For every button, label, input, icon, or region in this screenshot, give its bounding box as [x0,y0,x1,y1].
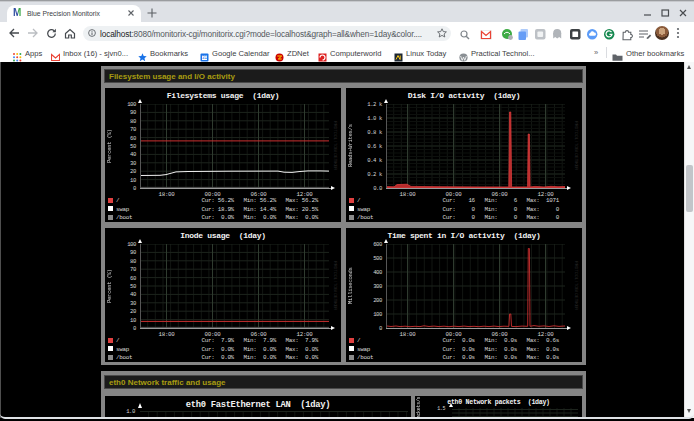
svg-text:31: 31 [202,55,208,60]
